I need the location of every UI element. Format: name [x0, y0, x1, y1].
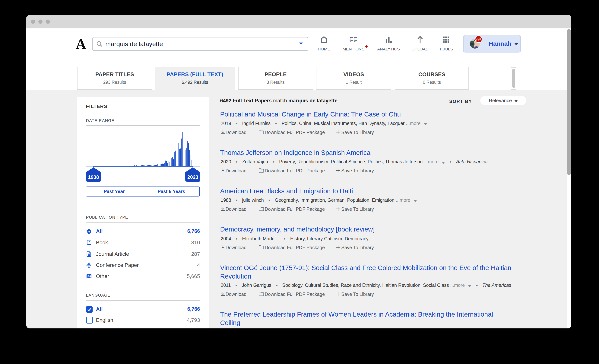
svg-text:2023: 2023: [187, 174, 198, 180]
svg-text:1938: 1938: [88, 174, 99, 180]
